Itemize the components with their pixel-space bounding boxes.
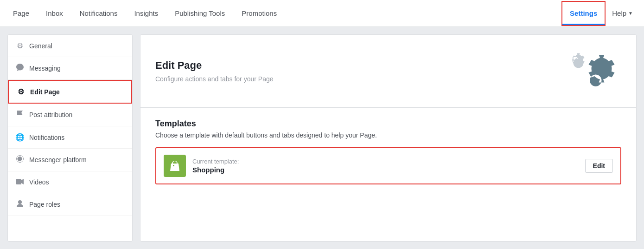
top-nav: Page Inbox Notifications Insights Publis… xyxy=(0,0,644,27)
nav-item-page[interactable]: Page xyxy=(5,0,38,27)
sidebar-item-page-roles[interactable]: Page roles xyxy=(8,193,132,216)
nav-item-promotions[interactable]: Promotions xyxy=(233,0,285,27)
templates-title: Templates xyxy=(155,119,621,129)
messaging-icon xyxy=(15,64,25,73)
templates-section: Templates Choose a template with default… xyxy=(140,108,636,196)
sidebar-item-edit-page[interactable]: ⚙ Edit Page xyxy=(8,80,132,104)
shopping-template-icon xyxy=(164,155,186,177)
sidebar: ⚙ General Messaging ⚙ Edit Page Post att… xyxy=(7,34,133,242)
svg-rect-1 xyxy=(16,179,21,184)
sidebar-label-post-attribution: Post attribution xyxy=(29,111,72,118)
nav-item-insights[interactable]: Insights xyxy=(126,0,166,27)
help-chevron-icon: ▼ xyxy=(628,11,633,16)
sidebar-label-messaging: Messaging xyxy=(29,65,61,72)
sidebar-label-videos: Videos xyxy=(29,178,49,186)
sidebar-label-edit-page: Edit Page xyxy=(30,88,60,96)
flag-icon xyxy=(15,110,25,119)
sidebar-label-page-roles: Page roles xyxy=(29,201,60,208)
help-label: Help xyxy=(612,9,626,17)
edit-page-text: Edit Page Configure actions and tabs for… xyxy=(155,59,274,83)
edit-page-icon: ⚙ xyxy=(16,87,26,96)
sidebar-label-messenger-platform: Messenger platform xyxy=(29,156,87,164)
shopping-bag-icon xyxy=(168,159,181,172)
sidebar-item-messenger-platform[interactable]: Messenger platform xyxy=(8,149,132,171)
sidebar-item-videos[interactable]: Videos xyxy=(8,171,132,193)
nav-item-publishing-tools[interactable]: Publishing Tools xyxy=(166,0,233,27)
sidebar-label-general: General xyxy=(29,42,52,50)
sidebar-item-post-attribution[interactable]: Post attribution xyxy=(8,104,132,126)
svg-rect-4 xyxy=(173,165,174,166)
nav-item-inbox[interactable]: Inbox xyxy=(38,0,71,27)
template-info: Current template: Shopping xyxy=(192,158,585,174)
svg-marker-2 xyxy=(21,179,24,184)
template-edit-button[interactable]: Edit xyxy=(585,159,613,173)
content-area: Edit Page Configure actions and tabs for… xyxy=(140,34,637,242)
video-icon xyxy=(15,178,25,186)
nav-item-notifications[interactable]: Notifications xyxy=(71,0,126,27)
globe-icon: 🌐 xyxy=(15,133,25,142)
messenger-icon xyxy=(15,155,25,164)
sidebar-item-notifications[interactable]: 🌐 Notifications xyxy=(8,126,132,149)
template-card: Current template: Shopping Edit xyxy=(155,147,621,184)
templates-description: Choose a template with default buttons a… xyxy=(155,131,621,139)
nav-item-help[interactable]: Help ▼ xyxy=(606,0,639,27)
large-gear-icon xyxy=(582,55,621,94)
main-layout: ⚙ General Messaging ⚙ Edit Page Post att… xyxy=(0,27,644,249)
template-name: Shopping xyxy=(192,166,585,174)
person-icon xyxy=(15,200,25,209)
gear-icon: ⚙ xyxy=(15,41,25,50)
edit-page-title: Edit Page xyxy=(155,59,274,72)
sidebar-item-messaging[interactable]: Messaging xyxy=(8,57,132,80)
edit-page-header: Edit Page Configure actions and tabs for… xyxy=(140,35,636,108)
sidebar-label-notifications: Notifications xyxy=(29,134,64,141)
edit-page-description: Configure actions and tabs for your Page xyxy=(155,75,274,83)
gear-illustration xyxy=(556,48,621,94)
sidebar-item-general[interactable]: ⚙ General xyxy=(8,35,132,57)
svg-point-3 xyxy=(18,200,22,204)
template-current-label: Current template: xyxy=(192,158,585,165)
nav-item-settings[interactable]: Settings xyxy=(562,2,605,25)
settings-nav-wrapper: Settings xyxy=(561,1,606,26)
